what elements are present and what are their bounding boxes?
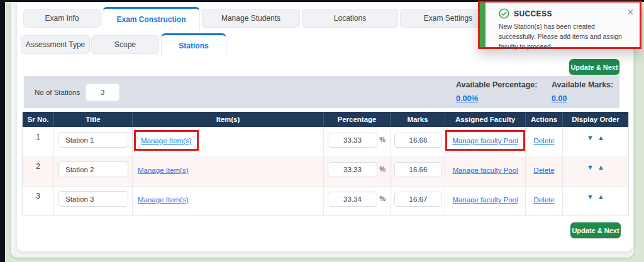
percent-symbol: % (379, 195, 386, 202)
subtab-label: Assessment Type (26, 40, 86, 49)
available-marks-label: Available Marks: (552, 79, 617, 90)
table-row: 3 Manage Item(s) % Manage faculty Pool D… (23, 186, 628, 216)
row-actions-cell: Delete (526, 128, 563, 156)
button-label: Update & Next (572, 227, 619, 234)
row-items-cell: Manage Item(s) (133, 157, 324, 186)
row-faculty-cell: Manage faculty Pool (445, 157, 526, 186)
station-title-input[interactable] (58, 191, 128, 207)
toast-message: New Station(s) has been created successf… (480, 19, 640, 52)
tab-label: Exam Construction (116, 15, 186, 24)
station-title-input[interactable] (58, 132, 128, 148)
delete-link[interactable]: Delete (533, 196, 554, 204)
move-down-icon[interactable]: ▼ (587, 134, 594, 141)
row-display-order-cell: ▼ ▲ (563, 157, 628, 186)
row-faculty-cell: Manage faculty Pool (445, 187, 526, 216)
percentage-input[interactable] (328, 162, 377, 177)
toast-title: SUCCESS (514, 9, 552, 18)
no-of-stations-label: No of Stations (35, 89, 80, 96)
delete-link[interactable]: Delete (533, 137, 554, 145)
row-items-cell: Manage Item(s) (133, 187, 324, 216)
update-next-button-bottom[interactable]: Update & Next (570, 222, 621, 238)
manage-faculty-link[interactable]: Manage faculty Pool (452, 196, 518, 204)
available-marks: Available Marks: 0.00 (552, 79, 617, 105)
row-display-order-cell: ▼ ▲ (563, 128, 628, 156)
table-header-row: Sr No. Title Item(s) Percentage Marks As… (23, 112, 628, 127)
subtab-stations[interactable]: Stations (161, 33, 226, 57)
header-display-order: Display Order (563, 112, 628, 127)
available-percentage-value[interactable]: 0.00% (456, 94, 478, 103)
row-faculty-cell: Manage faculty Pool (445, 128, 526, 156)
row-title-cell (54, 157, 133, 186)
header-items: Item(s) (133, 112, 324, 127)
tab-label: Locations (334, 14, 366, 23)
header-marks: Marks (391, 112, 445, 127)
row-sr-no: 1 (23, 128, 54, 156)
row-display-order-cell: ▼ ▲ (563, 187, 628, 216)
success-check-icon (499, 8, 509, 19)
annotation-box-manage-items: Manage Item(s) (134, 130, 199, 151)
percent-symbol: % (379, 165, 386, 173)
marks-input[interactable] (394, 133, 442, 148)
percentage-input[interactable] (328, 133, 377, 148)
row-actions-cell: Delete (526, 157, 563, 186)
stations-summary-bar: No of Stations Available Percentage: 0.0… (24, 76, 619, 108)
tab-manage-students[interactable]: Manage Students (202, 9, 300, 28)
manage-items-link[interactable]: Manage Item(s) (141, 137, 192, 145)
toast-accent-bar (480, 3, 486, 47)
available-marks-value[interactable]: 0.00 (552, 94, 567, 103)
row-marks-cell (391, 157, 445, 186)
close-icon[interactable]: ✕ (627, 8, 634, 16)
row-title-cell (54, 187, 133, 216)
update-next-button-top[interactable]: Update & Next (569, 59, 619, 75)
header-percentage: Percentage (324, 112, 391, 127)
row-marks-cell (391, 128, 445, 156)
row-percentage-cell: % (324, 128, 391, 156)
header-title: Title (54, 112, 133, 127)
move-down-icon[interactable]: ▼ (587, 164, 594, 171)
percent-symbol: % (379, 136, 386, 143)
tab-exam-construction[interactable]: Exam Construction (103, 7, 200, 30)
tab-locations[interactable]: Locations (302, 9, 398, 28)
row-marks-cell (391, 187, 445, 216)
subtab-label: Scope (114, 40, 136, 49)
subtab-assessment-type[interactable]: Assessment Type (21, 35, 90, 54)
available-percentage-label: Available Percentage: (456, 79, 552, 90)
stations-table: Sr No. Title Item(s) Percentage Marks As… (22, 112, 629, 216)
tab-label: Exam Settings (424, 14, 472, 23)
subtab-scope[interactable]: Scope (91, 35, 159, 54)
available-percentage: Available Percentage: 0.00% (456, 79, 552, 105)
no-of-stations-input[interactable] (86, 84, 119, 101)
delete-link[interactable]: Delete (533, 166, 554, 174)
header-sr-no: Sr No. (23, 112, 54, 127)
row-sr-no: 3 (23, 187, 54, 216)
subtab-label: Stations (179, 41, 208, 50)
row-items-cell: Manage Item(s) (133, 128, 324, 156)
manage-faculty-link[interactable]: Manage faculty Pool (452, 137, 518, 145)
move-down-icon[interactable]: ▼ (587, 194, 594, 200)
table-row: 2 Manage Item(s) % Manage faculty Pool D… (23, 156, 628, 186)
header-actions: Actions (526, 112, 563, 127)
station-title-input[interactable] (58, 161, 128, 177)
button-label: Update & Next (570, 63, 618, 71)
table-row: 1 Manage Item(s) % Manage faculty Pool D… (23, 127, 628, 156)
move-up-icon[interactable]: ▲ (597, 134, 604, 141)
tab-label: Exam Info (45, 14, 79, 23)
annotation-box-manage-faculty: Manage faculty Pool (445, 130, 525, 151)
app-frame: Exam Info Exam Construction Manage Stude… (0, 0, 644, 262)
row-actions-cell: Delete (526, 187, 563, 216)
success-toast: SUCCESS ✕ New Station(s) has been create… (478, 1, 641, 49)
row-title-cell (54, 128, 133, 156)
marks-input[interactable] (394, 162, 442, 177)
tab-exam-info[interactable]: Exam Info (23, 9, 101, 28)
manage-items-link[interactable]: Manage Item(s) (138, 166, 189, 174)
percentage-input[interactable] (328, 192, 377, 207)
row-percentage-cell: % (324, 157, 391, 186)
manage-items-link[interactable]: Manage Item(s) (138, 196, 189, 204)
header-assigned-faculty: Assigned Faculty (445, 112, 526, 127)
marks-input[interactable] (394, 192, 442, 207)
move-up-icon[interactable]: ▲ (597, 194, 604, 200)
manage-faculty-link[interactable]: Manage faculty Pool (452, 166, 518, 174)
row-sr-no: 2 (23, 157, 54, 186)
move-up-icon[interactable]: ▲ (597, 164, 604, 171)
tab-label: Manage Students (221, 14, 280, 23)
